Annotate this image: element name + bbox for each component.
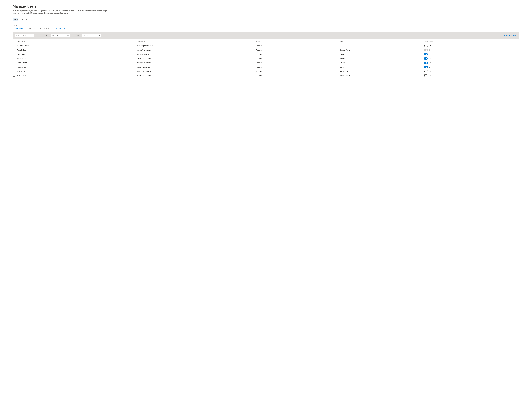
cell-status: Registered <box>256 75 340 76</box>
table-row: Pravesh Giripravesh@contoso.comRegistere… <box>13 69 519 74</box>
cell-account-name: sergio@contoso.com <box>137 75 256 76</box>
cell-display-name: Alejandra Arellano <box>17 45 137 47</box>
users-table: Display name Account name Status Role Su… <box>13 39 519 78</box>
toolbar: Invite users Remove users Edit users Hid… <box>13 27 519 29</box>
page-description: Invite other people from your team or or… <box>13 10 108 14</box>
cell-status: Registered <box>256 62 340 64</box>
clear-filters-label: Clear and hide filters <box>503 35 517 36</box>
select-all-checkbox[interactable] <box>13 40 15 42</box>
cell-account-name: marina@contoso.com <box>137 62 256 64</box>
cell-support-contact: On <box>424 66 519 68</box>
cell-display-name: Marija Justina <box>17 58 137 59</box>
cell-support-contact: Off <box>424 74 519 77</box>
cell-account-name: alejandra@contoso.com <box>137 45 256 47</box>
support-contact-toggle-label: Off <box>429 45 431 47</box>
invite-users-label: Invite users <box>15 27 23 29</box>
cell-role: Support <box>340 58 424 59</box>
tab-users[interactable]: Users <box>13 18 18 21</box>
support-contact-toggle[interactable] <box>424 74 428 77</box>
table-row: Alejandra Arellanoalejandra@contoso.comR… <box>13 44 519 48</box>
invite-users-button[interactable]: Invite users <box>13 27 23 29</box>
table-row: Aamadu Sekkaamadu@contoso.comRegisteredS… <box>13 48 519 52</box>
cell-display-name: Laszlo Racz <box>17 54 137 55</box>
pencil-icon <box>40 28 41 29</box>
cell-status: Registered <box>256 70 340 72</box>
cell-account-name: laszlo@contoso.com <box>137 54 256 55</box>
cell-status: Registered <box>256 49 340 51</box>
clear-filters-button[interactable]: Clear and hide filters <box>501 35 517 36</box>
cell-display-name: Paula Nunez <box>17 66 137 68</box>
cell-account-name: paula@contoso.com <box>137 66 256 68</box>
row-checkbox[interactable] <box>13 45 15 47</box>
row-checkbox[interactable] <box>13 49 15 51</box>
cell-support-contact: Off <box>424 70 519 72</box>
filter-bar: Status Registered Role All Roles Clear a… <box>13 32 519 39</box>
options-label: Options <box>13 24 519 26</box>
chevron-down-icon <box>98 35 100 36</box>
support-contact-toggle-label: On <box>429 54 431 55</box>
row-checkbox[interactable] <box>13 75 15 77</box>
support-contact-toggle[interactable] <box>424 45 428 47</box>
cell-status: Registered <box>256 58 340 59</box>
cell-account-name: aamadu@contoso.com <box>137 49 256 51</box>
col-role[interactable]: Role <box>340 41 424 42</box>
cell-display-name: Sergio Tijerina <box>17 75 137 76</box>
filter-name-input[interactable] <box>15 34 34 37</box>
support-contact-toggle-label: Off <box>429 70 431 72</box>
cell-support-contact: Off <box>424 45 519 47</box>
table-row: Marina Robledomarina@contoso.comRegister… <box>13 61 519 65</box>
status-select[interactable]: Registered <box>51 34 70 37</box>
cell-status: Registered <box>256 66 340 68</box>
tabs: Users Groups <box>13 18 519 21</box>
status-filter-label: Status <box>44 35 49 36</box>
support-contact-toggle[interactable] <box>424 66 428 68</box>
cell-display-name: Aamadu Sekk <box>17 49 137 51</box>
support-contact-toggle-label: On <box>429 58 431 59</box>
cell-role: Administrator <box>340 70 424 72</box>
row-checkbox[interactable] <box>13 58 15 59</box>
mail-icon <box>13 28 14 29</box>
edit-users-label: Edit users <box>42 27 49 29</box>
cell-account-name: marija@contoso.com <box>137 58 256 59</box>
support-contact-toggle[interactable] <box>424 53 428 55</box>
cell-support-contact: On <box>424 58 519 60</box>
support-contact-toggle-label: Off <box>429 75 431 76</box>
row-checkbox[interactable] <box>13 53 15 55</box>
support-contact-toggle-label: On <box>429 66 431 68</box>
support-contact-toggle[interactable] <box>424 58 428 60</box>
cell-display-name: Pravesh Giri <box>17 70 137 72</box>
table-row: Sergio Tijerinasergio@contoso.comRegiste… <box>13 74 519 78</box>
support-contact-toggle[interactable] <box>424 70 428 72</box>
page-title: Manage Users <box>13 4 519 8</box>
table-row: Paula Nunezpaula@contoso.comRegisteredSu… <box>13 65 519 69</box>
row-checkbox[interactable] <box>13 70 15 72</box>
role-select[interactable]: All Roles <box>82 34 101 37</box>
remove-users-button[interactable]: Remove users <box>26 27 37 29</box>
cell-role: Services Admin <box>340 75 424 76</box>
tab-groups[interactable]: Groups <box>21 18 27 21</box>
status-select-value: Registered <box>52 35 59 36</box>
cell-role: Services Admin <box>340 49 424 51</box>
col-display-name[interactable]: Display name <box>17 41 137 42</box>
row-checkbox[interactable] <box>13 62 15 64</box>
cell-status: Registered <box>256 54 340 55</box>
cell-support-contact: On <box>424 62 519 64</box>
cell-role: Support <box>340 62 424 64</box>
col-support-contact[interactable]: Support contact <box>424 41 519 42</box>
cell-support-contact: On <box>424 49 519 51</box>
cell-account-name: pravesh@contoso.com <box>137 70 256 72</box>
support-contact-toggle <box>424 49 428 51</box>
hide-filter-label: Hide Filter <box>58 27 65 29</box>
filter-icon <box>56 28 58 29</box>
edit-users-button[interactable]: Edit users <box>40 27 49 29</box>
col-account-name[interactable]: Account name <box>137 41 256 42</box>
col-status[interactable]: Status <box>256 41 340 42</box>
cell-display-name: Marina Robledo <box>17 62 137 64</box>
hide-filter-button[interactable]: Hide Filter <box>56 27 65 29</box>
table-row: Laszlo Raczlaszlo@contoso.comRegisteredS… <box>13 52 519 56</box>
cell-status: Registered <box>256 45 340 47</box>
row-checkbox[interactable] <box>13 66 15 68</box>
chevron-down-icon <box>67 35 69 36</box>
toolbar-separator <box>52 27 53 29</box>
support-contact-toggle[interactable] <box>424 62 428 64</box>
